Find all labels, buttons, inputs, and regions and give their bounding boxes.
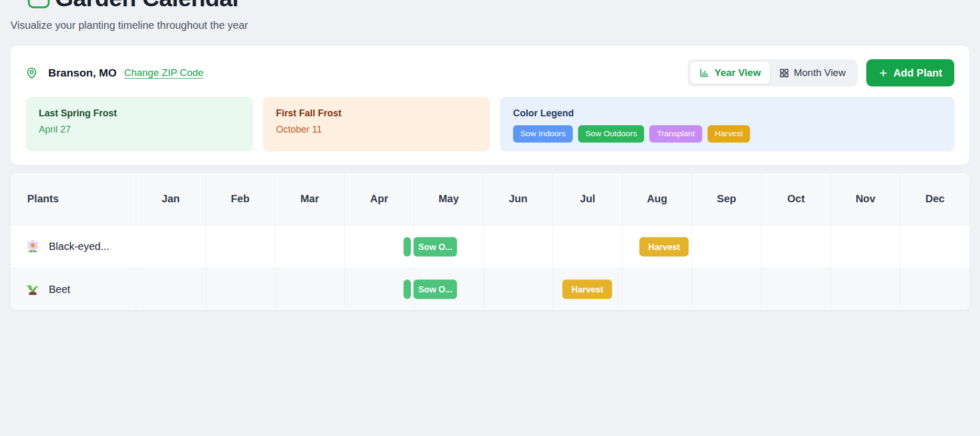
page-title: Garden Calendar: [55, 0, 241, 12]
year-view-button[interactable]: Year View: [690, 62, 769, 84]
calendar-cell-jan: [136, 268, 205, 310]
calendar-cell-jul: [552, 225, 622, 268]
sow-outdoors-bar-segment[interactable]: [404, 280, 411, 299]
calendar-cell-aug: [622, 268, 692, 310]
calendar-cell-sep: [692, 225, 761, 268]
sow-outdoors-bar[interactable]: Sow O...: [413, 237, 457, 256]
month-header-mar: Mar: [275, 173, 344, 225]
sow-outdoors-bar-segment[interactable]: [404, 237, 411, 256]
harvest-bar[interactable]: Harvest: [639, 237, 689, 256]
calendar-cell-oct: [761, 225, 831, 268]
location-text: Branson, MO: [48, 67, 117, 79]
garden-calendar-page: Garden Calendar Visualize your planting …: [0, 0, 980, 311]
grid-icon: [779, 68, 789, 78]
month-view-label: Month View: [794, 67, 846, 79]
calendar-cell-nov: [831, 268, 900, 310]
map-pin-icon: [26, 67, 38, 79]
month-header-feb: Feb: [205, 173, 275, 225]
harvest-bar[interactable]: Harvest: [562, 280, 612, 299]
plant-cell[interactable]: Beet: [10, 281, 136, 298]
color-legend-title: Color Legend: [513, 108, 941, 119]
page-header: Garden Calendar Visualize your planting …: [10, 0, 970, 37]
page-subtitle: Visualize your planting timeline through…: [10, 19, 248, 31]
month-header-apr: Apr: [344, 173, 414, 225]
view-toggle: Year View Month View: [688, 59, 857, 86]
legend-badge-transplant: Transplant: [649, 125, 702, 143]
month-header-nov: Nov: [831, 173, 900, 225]
legend-badge-sow-outdoors: Sow Outdoors: [578, 125, 644, 143]
bar-chart-icon: [699, 68, 710, 78]
add-plant-label: Add Plant: [894, 67, 942, 79]
legend-badge-harvest: Harvest: [707, 125, 750, 143]
fall-frost-title: First Fall Frost: [276, 108, 477, 119]
spring-frost-title: Last Spring Frost: [39, 108, 240, 119]
month-header-oct: Oct: [761, 173, 831, 225]
calendar-cell-mar: [275, 268, 344, 310]
fall-frost-date: October 11: [276, 124, 477, 135]
legend-badge-sow-indoors: Sow Indoors: [513, 125, 573, 143]
sow-outdoors-bar[interactable]: Sow O...: [413, 280, 457, 299]
calendar-cell-feb: [205, 225, 275, 268]
spring-frost-date: April 27: [39, 124, 240, 135]
year-view-label: Year View: [714, 67, 760, 79]
month-header-jan: Jan: [136, 173, 205, 225]
month-header-jun: Jun: [483, 173, 553, 225]
calendar-cell-jan: [136, 225, 205, 268]
seedling-icon: [25, 281, 41, 298]
plant-row-1: Black-eyed...Sow O...Harvest: [10, 225, 970, 268]
calendar-cell-oct: [761, 268, 831, 310]
plant-row-2: BeetSow O...Harvest: [10, 268, 970, 310]
calendar-cell-jun: [483, 268, 553, 310]
plus-icon: [878, 68, 888, 78]
plant-cell[interactable]: Black-eyed...: [10, 238, 136, 255]
location-group: Branson, MO Change ZIP Code: [26, 67, 203, 79]
flower-icon: [25, 238, 41, 255]
calendar-cell-jun: [483, 225, 553, 268]
month-header-dec: Dec: [900, 173, 970, 225]
change-zip-link[interactable]: Change ZIP Code: [124, 67, 204, 79]
add-plant-button[interactable]: Add Plant: [866, 59, 954, 86]
calendar-header-row: Plants JanFebMarAprMayJunJulAugSepOctNov…: [10, 173, 970, 225]
legend-badges: Sow IndoorsSow OutdoorsTransplantHarvest: [513, 125, 941, 143]
month-view-button[interactable]: Month View: [770, 62, 855, 84]
month-header-sep: Sep: [692, 173, 761, 225]
plant-name: Beet: [49, 284, 70, 296]
calendar-table: Plants JanFebMarAprMayJunJulAugSepOctNov…: [10, 172, 970, 311]
plants-column-header: Plants: [10, 193, 136, 205]
color-legend-box: Color Legend Sow IndoorsSow OutdoorsTran…: [500, 97, 954, 151]
spring-frost-box: Last Spring Frost April 27: [26, 97, 253, 151]
toolbar-card: Branson, MO Change ZIP Code Year View: [10, 45, 970, 166]
plant-name: Black-eyed...: [49, 241, 110, 253]
calendar-cell-feb: [205, 268, 275, 310]
calendar-cell-dec: [900, 225, 970, 268]
calendar-cell-sep: [692, 268, 761, 310]
fall-frost-box: First Fall Frost October 11: [263, 97, 491, 151]
calendar-cell-dec: [900, 268, 970, 310]
month-header-aug: Aug: [622, 173, 692, 225]
month-header-jul: Jul: [552, 173, 622, 225]
month-header-may: May: [413, 173, 483, 225]
calendar-cell-mar: [275, 225, 344, 268]
calendar-cell-nov: [831, 225, 900, 268]
calendar-icon: [27, 0, 50, 11]
